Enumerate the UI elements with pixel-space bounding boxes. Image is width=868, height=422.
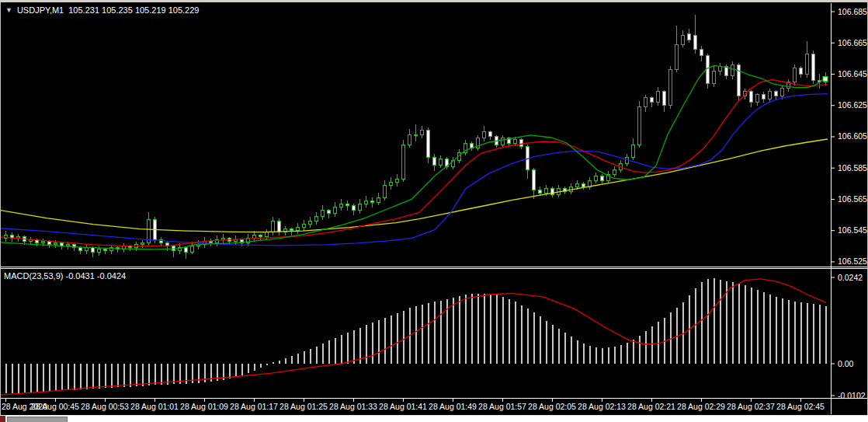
time-axis-label: 28 Aug 02:29 [677,402,725,411]
price-axis-label: 106.585 [838,163,867,173]
time-axis-label: 28 Aug 01:41 [379,402,427,411]
chart-window: 106.685106.665106.645106.625106.605106.5… [0,0,868,422]
chart-canvas[interactable]: 106.685106.665106.645106.625106.605106.5… [0,0,868,422]
symbol-title-bar[interactable]: ▼ USDJPY,M1 105.231 105.235 105.219 105.… [5,5,199,15]
price-axis-label: 106.665 [838,38,867,47]
time-axis-label: 28 Aug 01:25 [279,402,328,411]
macd-axis-label: 0.0242 [838,273,863,282]
time-axis-label: 28 Aug 02:13 [578,402,626,411]
time-axis-label: 28 Aug 01:33 [329,402,377,411]
price-axis-label: 106.645 [838,69,867,78]
scrollbar-corner-mark [0,416,5,422]
window-left-border [0,2,1,415]
time-axis-label: 28 Aug 02:37 [727,402,775,411]
last-price-marker [823,77,828,82]
time-axis-label: 28 Aug 01:49 [429,402,477,411]
time-axis-label: 28 Aug 01:01 [130,402,179,411]
macd-indicator-label: MACD(23,53,9) -0.0431 -0.0424 [4,271,126,281]
price-axis-label: 106.685 [838,7,867,16]
price-axis-label: 106.525 [838,256,867,266]
horizontal-scrollbar[interactable] [0,415,868,422]
time-axis-label: 28 Aug 01:57 [478,402,526,411]
time-axis-label: 28 Aug 01:09 [180,402,228,411]
macd-axis-label: 0.00 [838,359,854,368]
window-top-border [0,0,868,2]
quote-values: 105.231 105.235 105.219 105.229 [68,5,199,15]
price-axis-label: 106.565 [838,194,867,204]
time-axis-label: 28 Aug 02:21 [627,402,675,411]
price-axis-label: 106.625 [838,100,867,110]
time-axis-label: 28 Aug 02:05 [528,402,576,411]
time-axis-label: 28 Aug 00:53 [81,402,129,411]
price-axis-label: 106.605 [838,131,867,141]
scrollbar-thumb[interactable] [7,417,68,422]
price-axis-label: 106.545 [838,225,867,235]
symbol-label: USDJPY,M1 [17,5,64,15]
time-axis-label: 28 Aug 00:45 [31,402,79,411]
time-axis-label: 28 Aug 01:17 [230,402,278,411]
symbol-dropdown-icon[interactable]: ▼ [5,6,12,15]
time-axis-label: 28 Aug 02:45 [776,402,825,411]
macd-axis-label: -0.0102 [838,391,866,400]
